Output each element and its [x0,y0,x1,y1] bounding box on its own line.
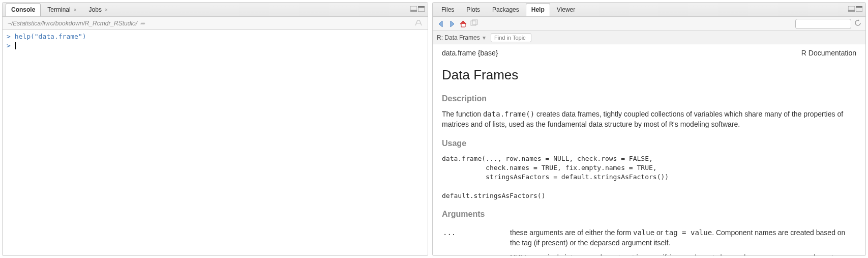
tab-viewer[interactable]: Viewer [551,3,581,16]
open-new-window-icon[interactable] [470,19,478,28]
working-directory: ~/Estatistica/livro/bookdown/R_Rcmdr_RSt… [8,20,137,27]
maximize-icon[interactable] [856,6,862,13]
tab-plots[interactable]: Plots [461,3,486,16]
table-row: ... these arguments are of either the fo… [443,226,855,250]
left-tabbar: Console Terminal × Jobs × [3,3,428,17]
clear-console-icon[interactable] [414,18,423,28]
window-controls [848,6,865,13]
tab-label: Files [441,6,454,13]
help-header: data.frame {base} R Documentation [442,48,856,59]
console-path-bar: ~/Estatistica/livro/bookdown/R_Rcmdr_RSt… [3,17,428,30]
arg-desc: these arguments are of either the form v… [510,226,855,250]
search-area [795,19,861,29]
forward-icon[interactable] [448,20,456,28]
tab-label: Viewer [557,6,575,13]
console-prompt: > [7,42,11,49]
arg-name: row.names [443,251,509,255]
maximize-icon[interactable] [418,6,425,13]
section-arguments: Arguments [442,209,856,220]
console-prompt: > [7,33,11,40]
help-doc-label: R Documentation [801,48,856,59]
arguments-table: ... these arguments are of either the fo… [442,225,856,255]
refresh-icon[interactable] [854,19,861,28]
close-icon[interactable]: × [74,7,77,13]
help-search-input[interactable] [795,19,851,29]
goto-dir-icon[interactable]: ➦ [140,20,145,27]
table-row: row.names NULL or a single integer or ch… [443,251,855,255]
console-command: help("data.frame") [15,33,86,40]
svg-rect-3 [418,6,425,8]
page-title: Data Frames [442,66,856,84]
tab-help[interactable]: Help [526,3,550,16]
arg-name: ... [443,226,509,250]
home-icon[interactable] [459,20,467,28]
svg-rect-6 [848,6,855,10]
chevron-down-icon: ▾ [483,34,486,41]
help-content[interactable]: data.frame {base} R Documentation Data F… [433,44,865,255]
section-usage: Usage [442,138,856,149]
tab-packages[interactable]: Packages [487,3,525,16]
breadcrumb-text: R: Data Frames [437,34,480,41]
section-description: Description [442,93,856,104]
find-in-topic-input[interactable] [491,33,531,42]
right-tabbar: Files Plots Packages Help Viewer [433,3,865,17]
tab-terminal[interactable]: Terminal × [42,3,82,16]
tab-label: Terminal [47,6,70,13]
tab-label: Plots [466,6,480,13]
description-text: The function data.frame() creates data f… [442,109,856,129]
tab-label: Console [11,6,35,13]
console-output[interactable]: > help("data.frame") > [3,30,428,255]
svg-rect-10 [472,20,477,24]
console-pane: Console Terminal × Jobs × ~/Estatistica/… [2,2,428,256]
arg-desc: NULL or a single integer or character st… [510,251,855,255]
tab-label: Jobs [89,6,102,13]
tab-label: Packages [492,6,519,13]
window-controls [410,6,428,13]
help-toolbar [433,17,865,31]
usage-code: data.frame(..., row.names = NULL, check.… [442,154,856,200]
help-pkg-header: data.frame {base} [442,48,498,59]
help-pane: Files Plots Packages Help Viewer [432,2,866,256]
minimize-icon[interactable] [848,6,855,13]
tab-jobs[interactable]: Jobs × [83,3,113,16]
svg-rect-8 [856,6,862,8]
topic-bar: R: Data Frames ▾ [433,31,865,44]
tab-files[interactable]: Files [436,3,460,16]
close-icon[interactable]: × [105,7,108,13]
tab-console[interactable]: Console [6,3,41,16]
svg-rect-9 [471,21,476,25]
topic-breadcrumb[interactable]: R: Data Frames ▾ [437,34,486,41]
tab-label: Help [531,6,545,13]
text-cursor [15,42,16,49]
minimize-icon[interactable] [410,6,417,13]
back-icon[interactable] [437,20,445,28]
svg-rect-1 [410,6,417,10]
